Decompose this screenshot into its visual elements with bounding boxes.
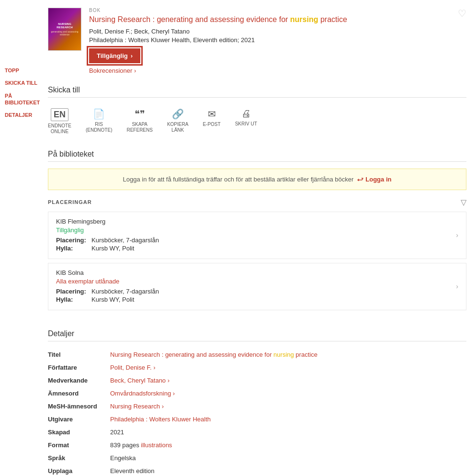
placement-row-shelf-0: Hylla: Kursb WY, Polit <box>56 245 456 252</box>
placement-loc-value-1: Kursböcker, 7-dagarslån <box>91 288 159 295</box>
detail-row-format: Format 839 pages illustrations <box>48 439 466 452</box>
detail-row-amnesord: Ämnesord Omvårdnadsforskning › <box>48 387 466 400</box>
send-skriv-ut[interactable]: 🖨 SKRIV UT <box>235 108 257 127</box>
details-section: Detaljer Titel Nursing Research : genera… <box>48 329 466 475</box>
format-plain: 839 pages <box>110 441 141 449</box>
placement-status-1: Alla exemplar utlånade <box>56 278 456 285</box>
format-link[interactable]: illustrations <box>141 441 172 449</box>
utgivare-link[interactable]: Philadelphia : Wolters Kluwer Health <box>110 416 211 423</box>
detail-label-medverkande: Medverkande <box>48 374 110 387</box>
detail-value-amnesord: Omvårdnadsforskning › <box>110 387 466 400</box>
detail-row-upplaga: Upplaga Eleventh edition <box>48 464 466 475</box>
detail-row-skapad: Skapad 2021 <box>48 426 466 439</box>
send-endnote-online[interactable]: EN ENDNOTEONLINE <box>48 108 71 135</box>
book-header-section: NURSING RESEARCH generating and assessin… <box>48 8 466 74</box>
detail-row-medverkande: Medverkande Beck, Cheryl Tatano › <box>48 374 466 387</box>
book-meta: BOK Nursing Research : generating and as… <box>89 8 466 74</box>
placement-library-0: KIB Flemingsberg <box>56 218 456 225</box>
skriv-ut-label: SKRIV UT <box>235 121 257 127</box>
medverkande-link[interactable]: Beck, Cheryl Tatano › <box>110 377 170 384</box>
placement-info-1: KIB Solna Alla exemplar utlånade Placeri… <box>56 269 456 304</box>
kopiera-lank-label: KOPIERALÄNK <box>167 122 188 133</box>
detail-label-mesh: MeSH-ämnesord <box>48 400 110 413</box>
detail-label-skapad: Skapad <box>48 426 110 439</box>
placement-card-0[interactable]: KIB Flemingsberg Tillgänglig Placering: … <box>48 212 466 259</box>
detail-label-titel: Titel <box>48 348 110 361</box>
title-nursing-highlight: nursing <box>273 351 294 358</box>
book-cover: NURSING RESEARCH generating and assessin… <box>48 8 81 51</box>
placement-loc-label-1: Placering: <box>56 288 90 295</box>
placement-shelf-value-0: Kursb WY, Polit <box>91 245 134 252</box>
book-cover-subtitle: generating and assessing evidence <box>50 30 79 36</box>
book-title-highlight: nursing <box>290 15 318 23</box>
placement-shelf-label-0: Hylla: <box>56 245 90 252</box>
detail-label-amnesord: Ämnesord <box>48 387 110 400</box>
placements-header: PLACERINGAR ▽ <box>48 198 466 207</box>
send-e-post[interactable]: ✉ E-POST <box>203 108 220 127</box>
book-title-part1: Nursing Research : generating and assess… <box>89 15 290 23</box>
send-to-title: Skicka till <box>48 86 466 98</box>
send-ris[interactable]: 📄 RIS(ENDNOTE) <box>86 108 113 133</box>
title-middle: : generating and assessing evidence for <box>160 351 273 358</box>
send-skapa-referens[interactable]: ❝❞ SKAPAREFERENS <box>126 108 152 133</box>
main-content: ♡ NURSING RESEARCH generating and assess… <box>43 0 476 475</box>
placement-card-1[interactable]: KIB Solna Alla exemplar utlånade Placeri… <box>48 263 466 310</box>
book-publisher: Philadelphia : Wolters Kluwer Health, El… <box>89 36 466 44</box>
book-cover-title: NURSING RESEARCH <box>50 23 79 29</box>
amnesord-link[interactable]: Omvårdnadsforskning › <box>110 390 175 397</box>
detail-label-forfattare: Författare <box>48 361 110 374</box>
detail-row-forfattare: Författare Polit, Denise F. › <box>48 361 466 374</box>
send-to-icons: EN ENDNOTEONLINE 📄 RIS(ENDNOTE) ❝❞ SKAPA… <box>48 104 466 138</box>
placement-loc-value-0: Kursböcker, 7-dagarslån <box>91 237 159 244</box>
detail-label-format: Format <box>48 439 110 452</box>
sidebar-item-pa-biblioteket[interactable]: PÅ BIBLIOTEKET <box>5 92 38 106</box>
book-title: Nursing Research : generating and assess… <box>89 15 466 25</box>
detail-value-medverkande: Beck, Cheryl Tatano › <box>110 374 466 387</box>
library-section: På biblioteket Logga in för att få fulls… <box>48 150 466 310</box>
endnote-online-icon: EN <box>51 108 68 121</box>
skapa-referens-icon: ❝❞ <box>135 108 145 120</box>
login-label: Logga in <box>365 176 391 183</box>
login-link[interactable]: ⮐ Logga in <box>357 176 391 183</box>
send-to-section: Skicka till EN ENDNOTEONLINE 📄 RIS(ENDNO… <box>48 86 466 138</box>
mesh-link[interactable]: Nursing Research › <box>110 403 164 410</box>
chevron-right-icon-0: › <box>456 231 458 239</box>
send-kopiera-lank[interactable]: 🔗 KOPIERALÄNK <box>167 108 188 133</box>
library-section-title: På biblioteket <box>48 150 466 162</box>
detail-label-sprak: Språk <box>48 452 110 464</box>
detail-value-utgivare: Philadelphia : Wolters Kluwer Health <box>110 413 466 426</box>
detail-row-titel: Titel Nursing Research : generating and … <box>48 348 466 361</box>
sidebar-item-detaljer[interactable]: DETALJER <box>5 112 38 118</box>
detail-title-link[interactable]: Nursing Research : generating and assess… <box>110 351 317 358</box>
detail-value-skapad: 2021 <box>110 426 466 439</box>
detail-value-mesh: Nursing Research › <box>110 400 466 413</box>
forfattare-link[interactable]: Polit, Denise F. › <box>110 364 156 371</box>
detail-value-titel: Nursing Research : generating and assess… <box>110 348 466 361</box>
placement-info-0: KIB Flemingsberg Tillgänglig Placering: … <box>56 218 456 253</box>
detail-row-sprak: Språk Engelska <box>48 452 466 464</box>
detail-value-upplaga: Eleventh edition <box>110 464 466 475</box>
detail-row-utgivare: Utgivare Philadelphia : Wolters Kluwer H… <box>48 413 466 426</box>
detail-value-format: 839 pages illustrations <box>110 439 466 452</box>
detail-label-utgivare: Utgivare <box>48 413 110 426</box>
kopiera-lank-icon: 🔗 <box>172 108 184 120</box>
chevron-right-icon-1: › <box>456 283 458 290</box>
sidebar-item-topp[interactable]: TOPP <box>5 67 38 74</box>
placement-shelf-label-1: Hylla: <box>56 296 90 303</box>
login-banner-text: Logga in för att få fullständiga träffar… <box>123 176 354 183</box>
placement-row-loc-0: Placering: Kursböcker, 7-dagarslån <box>56 237 456 244</box>
sidebar-item-skicka-till[interactable]: SKICKA TILL <box>5 79 38 86</box>
book-type-label: BOK <box>89 8 466 13</box>
ris-icon: 📄 <box>93 108 105 120</box>
available-label: Tillgänglig <box>97 52 128 59</box>
login-icon: ⮐ <box>357 176 363 183</box>
detail-value-forfattare[interactable]: Polit, Denise F. › <box>110 361 466 374</box>
filter-icon[interactable]: ▽ <box>461 198 466 207</box>
book-authors: Polit, Denise F.; Beck, Cheryl Tatano <box>89 28 466 35</box>
details-table: Titel Nursing Research : generating and … <box>48 348 466 475</box>
skapa-referens-label: SKAPAREFERENS <box>126 122 152 133</box>
details-section-title: Detaljer <box>48 329 466 341</box>
available-button[interactable]: Tillgänglig › <box>89 48 140 63</box>
book-reviews-link[interactable]: Bokrecensioner › <box>89 67 136 74</box>
detail-label-upplaga: Upplaga <box>48 464 110 475</box>
